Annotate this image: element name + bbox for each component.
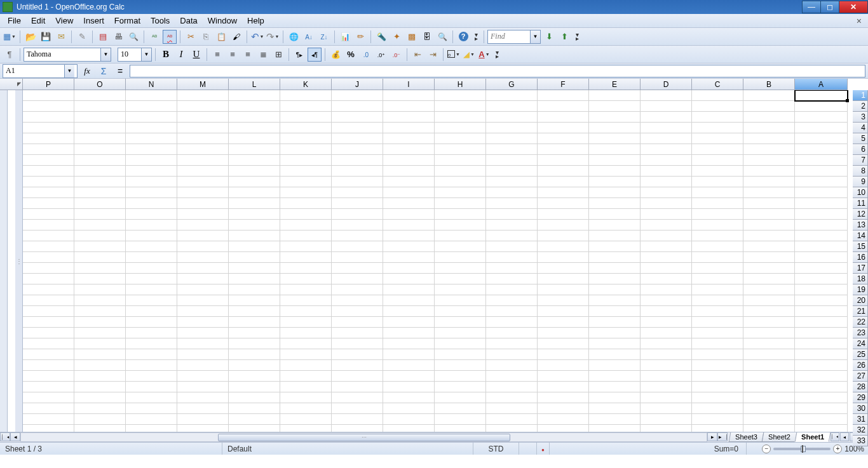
ltr-button[interactable]	[292, 48, 306, 62]
menu-file[interactable]: File	[3, 15, 26, 27]
document-close-button[interactable]: ×	[853, 16, 865, 26]
cell-A11[interactable]	[795, 198, 848, 209]
name-box-dropdown-icon[interactable]: ▼	[64, 65, 74, 77]
cell-P22[interactable]	[23, 317, 74, 328]
cell-F29[interactable]	[538, 392, 589, 403]
cell-N2[interactable]	[126, 101, 177, 112]
export-pdf-button[interactable]	[96, 30, 110, 44]
cell-F8[interactable]	[538, 166, 589, 177]
cell-C32[interactable]	[692, 425, 743, 432]
column-header-H[interactable]: H	[435, 79, 486, 90]
cell-C31[interactable]	[692, 414, 743, 425]
cell-I26[interactable]	[383, 360, 435, 371]
find-dropdown-icon[interactable]: ▼	[530, 30, 540, 43]
cell-P20[interactable]	[23, 295, 74, 306]
cell-G12[interactable]	[486, 209, 538, 220]
cell-M9[interactable]	[177, 177, 229, 187]
cell-L26[interactable]	[229, 360, 280, 371]
cell-P19[interactable]	[23, 284, 74, 295]
redo-button[interactable]: ▼	[266, 30, 280, 44]
underline-button[interactable]: U	[189, 48, 203, 62]
cell-J15[interactable]	[332, 241, 383, 252]
cell-I21[interactable]	[383, 306, 435, 317]
cell-A23[interactable]	[795, 328, 848, 338]
row-header-5[interactable]: 5	[853, 133, 868, 144]
cell-N22[interactable]	[126, 317, 177, 328]
row-header-22[interactable]: 22	[853, 317, 868, 328]
cell-D17[interactable]	[641, 263, 692, 274]
row-header-30[interactable]: 30	[853, 403, 868, 414]
print-button[interactable]	[111, 30, 125, 44]
column-header-C[interactable]: C	[692, 79, 743, 90]
find-replace-button[interactable]	[374, 30, 388, 44]
cell-E21[interactable]	[589, 306, 641, 317]
row-header-26[interactable]: 26	[853, 360, 868, 371]
cell-C20[interactable]	[692, 295, 743, 306]
cell-D1[interactable]	[641, 90, 692, 101]
cell-L1[interactable]	[229, 90, 280, 101]
cell-A22[interactable]	[795, 317, 848, 328]
cell-K3[interactable]	[280, 112, 332, 123]
cell-L11[interactable]	[229, 198, 280, 209]
cell-G13[interactable]	[486, 220, 538, 231]
cell-G19[interactable]	[486, 284, 538, 295]
cell-F11[interactable]	[538, 198, 589, 209]
cell-M23[interactable]	[177, 328, 229, 338]
cell-J24[interactable]	[332, 338, 383, 349]
hscroll-right-edge-button[interactable]: ▸⎹	[717, 432, 728, 441]
cell-J22[interactable]	[332, 317, 383, 328]
cell-D9[interactable]	[641, 177, 692, 187]
tab-prev-button[interactable]: ◂	[840, 432, 849, 441]
cell-K25[interactable]	[280, 349, 332, 360]
cell-E4[interactable]	[589, 123, 641, 133]
cell-I7[interactable]	[383, 155, 435, 166]
column-header-E[interactable]: E	[589, 79, 641, 90]
cell-P23[interactable]	[23, 328, 74, 338]
cell-K14[interactable]	[280, 231, 332, 241]
cell-G2[interactable]	[486, 101, 538, 112]
cell-K22[interactable]	[280, 317, 332, 328]
cell-F5[interactable]	[538, 133, 589, 144]
menu-help[interactable]: Help	[242, 15, 269, 27]
cell-F19[interactable]	[538, 284, 589, 295]
cell-O15[interactable]	[74, 241, 126, 252]
cell-C8[interactable]	[692, 166, 743, 177]
cell-D28[interactable]	[641, 382, 692, 392]
align-center-button[interactable]	[226, 48, 240, 62]
print-preview-button[interactable]	[126, 30, 140, 44]
cell-I28[interactable]	[383, 382, 435, 392]
cell-O21[interactable]	[74, 306, 126, 317]
cell-C6[interactable]	[692, 144, 743, 155]
row-header-1[interactable]: 1	[853, 90, 868, 101]
column-header-A[interactable]: A	[795, 79, 848, 90]
cell-D27[interactable]	[641, 371, 692, 382]
cell-J16[interactable]	[332, 252, 383, 263]
cell-L20[interactable]	[229, 295, 280, 306]
cell-G14[interactable]	[486, 231, 538, 241]
cell-O25[interactable]	[74, 349, 126, 360]
cell-E17[interactable]	[589, 263, 641, 274]
cell-A7[interactable]	[795, 155, 848, 166]
row-header-2[interactable]: 2	[853, 101, 868, 112]
cell-A24[interactable]	[795, 338, 848, 349]
formula-input[interactable]	[130, 65, 865, 77]
row-header-8[interactable]: 8	[853, 166, 868, 177]
cell-N29[interactable]	[126, 392, 177, 403]
cell-G8[interactable]	[486, 166, 538, 177]
cell-F16[interactable]	[538, 252, 589, 263]
cell-C15[interactable]	[692, 241, 743, 252]
cell-B31[interactable]	[743, 414, 795, 425]
cell-G29[interactable]	[486, 392, 538, 403]
cell-D22[interactable]	[641, 317, 692, 328]
cell-C12[interactable]	[692, 209, 743, 220]
cell-J7[interactable]	[332, 155, 383, 166]
column-header-N[interactable]: N	[126, 79, 177, 90]
cell-E6[interactable]	[589, 144, 641, 155]
cell-C14[interactable]	[692, 231, 743, 241]
cell-G24[interactable]	[486, 338, 538, 349]
cell-M15[interactable]	[177, 241, 229, 252]
cell-A10[interactable]	[795, 187, 848, 198]
cell-G22[interactable]	[486, 317, 538, 328]
cell-L22[interactable]	[229, 317, 280, 328]
cell-M27[interactable]	[177, 371, 229, 382]
